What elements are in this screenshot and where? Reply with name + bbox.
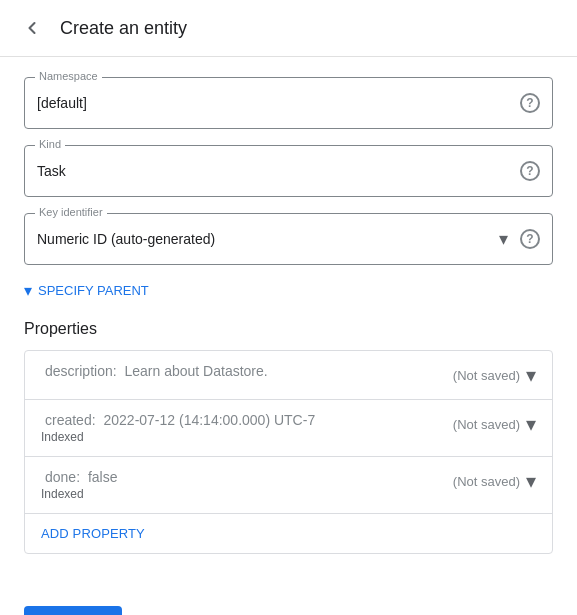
property-info: created: 2022-07-12 (14:14:00.000) UTC-7… (41, 412, 453, 444)
property-status: (Not saved) ▾ (453, 412, 536, 436)
property-key: created: 2022-07-12 (14:14:00.000) UTC-7 (41, 412, 453, 428)
property-status: (Not saved) ▾ (453, 363, 536, 387)
kind-field: Kind ? (24, 145, 553, 197)
namespace-label: Namespace (35, 70, 102, 82)
expand-icon[interactable]: ▾ (526, 469, 536, 493)
key-identifier-field: Key identifier Numeric ID (auto-generate… (24, 213, 553, 265)
namespace-help-icon[interactable]: ? (520, 93, 540, 113)
specify-parent-toggle[interactable]: ▾ SPECIFY PARENT (24, 281, 149, 300)
kind-help-icon[interactable]: ? (520, 161, 540, 181)
key-identifier-help-icon[interactable]: ? (520, 229, 540, 249)
property-indexed: Indexed (41, 487, 453, 501)
specify-parent-chevron-icon: ▾ (24, 281, 32, 300)
table-row[interactable]: description: Learn about Datastore. (Not… (25, 351, 552, 400)
table-row[interactable]: created: 2022-07-12 (14:14:00.000) UTC-7… (25, 400, 552, 457)
add-property-button[interactable]: ADD PROPERTY (25, 514, 552, 553)
namespace-input[interactable] (37, 95, 512, 111)
expand-icon[interactable]: ▾ (526, 412, 536, 436)
properties-table: description: Learn about Datastore. (Not… (24, 350, 553, 554)
back-button[interactable] (16, 12, 48, 44)
property-info: done: false Indexed (41, 469, 453, 501)
header: Create an entity (0, 0, 577, 57)
key-identifier-chevron-icon: ▾ (499, 228, 508, 250)
table-row[interactable]: done: false Indexed (Not saved) ▾ (25, 457, 552, 514)
property-key: description: Learn about Datastore. (41, 363, 453, 379)
specify-parent-label: SPECIFY PARENT (38, 283, 149, 298)
properties-title: Properties (24, 320, 553, 338)
footer: CREATE CANCEL (0, 594, 577, 615)
namespace-field: Namespace ? (24, 77, 553, 129)
cancel-button[interactable]: CANCEL (130, 606, 221, 615)
main-content: Namespace ? Kind ? Key identifier Numeri… (0, 57, 577, 594)
key-identifier-label: Key identifier (35, 206, 107, 218)
property-key: done: false (41, 469, 453, 485)
property-indexed: Indexed (41, 430, 453, 444)
key-identifier-select[interactable]: Numeric ID (auto-generated) (37, 231, 499, 247)
property-status: (Not saved) ▾ (453, 469, 536, 493)
expand-icon[interactable]: ▾ (526, 363, 536, 387)
property-info: description: Learn about Datastore. (41, 363, 453, 379)
page-title: Create an entity (60, 18, 187, 39)
kind-label: Kind (35, 138, 65, 150)
kind-input[interactable] (37, 163, 512, 179)
create-button[interactable]: CREATE (24, 606, 122, 615)
